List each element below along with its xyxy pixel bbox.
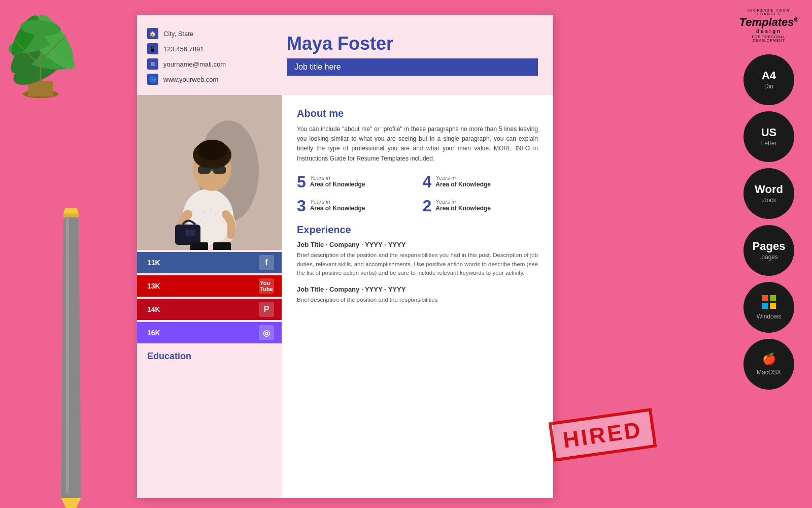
plant-decoration [0, 0, 112, 102]
format-windows-sub: Windows [757, 313, 782, 320]
stats-grid: 5 Years in Area of Knowledge 4 Years in … [297, 174, 538, 214]
brand-name: Templates® [739, 17, 799, 28]
stat-4-number: 2 [423, 198, 432, 214]
youtube-bar: 13K YouTube [137, 275, 282, 297]
youtube-count: 13K [147, 282, 160, 290]
svg-rect-34 [190, 242, 208, 250]
facebook-icon: f [259, 255, 274, 270]
email-icon: ✉ [147, 58, 158, 70]
svg-rect-33 [185, 230, 195, 236]
stat-1-years: Years in [310, 175, 365, 181]
pencil-decoration [30, 203, 91, 508]
stat-1-area: Area of Knowledge [310, 181, 365, 188]
format-btn-macosx[interactable]: 🍎 MacOSX [743, 339, 794, 390]
job-1-desc: Brief description of the position and th… [297, 251, 538, 278]
stat-4-years: Years in [435, 199, 491, 205]
youtube-icon: YouTube [259, 278, 274, 294]
brand-circular-bottom: FOR PERSONAL DEVELOPMENT [736, 35, 802, 42]
experience-section: Experience Job Title · Company · YYYY - … [297, 224, 538, 305]
right-sidebar: INCREASE YOUR CHANCES Templates® design … [736, 5, 802, 390]
svg-point-22 [202, 211, 204, 213]
instagram-bar: 16K ◎ [137, 322, 282, 343]
job-entry-2: Job Title · Company · YYYY - YYYY Brief … [297, 285, 538, 305]
format-btn-pages[interactable]: Pages .pages [743, 225, 794, 276]
stat-1-number: 5 [297, 174, 306, 190]
svg-marker-13 [61, 213, 81, 498]
about-title: About me [297, 108, 538, 119]
stat-3-number: 3 [297, 198, 306, 214]
svg-rect-29 [198, 166, 211, 174]
phone-icon: 📱 [147, 43, 158, 54]
stat-4-area: Area of Knowledge [435, 205, 491, 212]
format-pages-label: Pages [753, 241, 786, 252]
format-pages-sub: .pages [760, 253, 778, 261]
job-entry-1: Job Title · Company · YYYY - YYYY Brief … [297, 241, 538, 278]
social-bars: 11K f 13K YouTube 14K P 16K ◎ [137, 252, 282, 343]
stat-1: 5 Years in Area of Knowledge [297, 174, 413, 190]
education-title: Education [147, 351, 272, 362]
svg-rect-16 [63, 213, 79, 217]
instagram-icon: ◎ [259, 325, 274, 340]
brand-logo: INCREASE YOUR CHANCES Templates® design … [736, 5, 802, 46]
svg-rect-35 [213, 242, 231, 250]
format-us-label: US [761, 127, 777, 138]
address-icon: 🏠 [147, 28, 158, 39]
svg-point-28 [197, 140, 227, 160]
photo-area [137, 95, 282, 250]
format-word-sub: .docx [762, 197, 776, 204]
job-title: Job title here [287, 58, 538, 76]
stat-2-area: Area of Knowledge [435, 181, 491, 188]
stat-3-area: Area of Knowledge [310, 205, 365, 212]
job-2-desc: Brief description of the position and th… [297, 296, 538, 305]
stat-2-years: Years in [435, 175, 491, 181]
pinterest-bar: 14K P [137, 299, 282, 320]
svg-marker-14 [61, 498, 81, 508]
stat-2-number: 4 [423, 174, 432, 190]
contact-website: 🌐 www.yourweb.com [147, 74, 272, 85]
svg-point-25 [199, 218, 201, 220]
experience-title: Experience [297, 224, 538, 236]
svg-rect-17 [66, 218, 69, 493]
apple-icon: 🍎 [762, 353, 776, 366]
contact-email: ✉ yourname@mail.com [147, 58, 272, 70]
website-icon: 🌐 [147, 74, 158, 85]
stat-4: 2 Years in Area of Knowledge [423, 198, 538, 214]
format-btn-windows[interactable]: Windows [743, 282, 794, 333]
facebook-bar: 11K f [137, 252, 282, 273]
job-2-title: Job Title · Company · YYYY - YYYY [297, 285, 538, 293]
pinterest-count: 14K [147, 305, 160, 313]
windows-icon [762, 295, 776, 309]
svg-marker-15 [63, 208, 79, 213]
format-btn-word[interactable]: Word .docx [743, 168, 794, 219]
svg-rect-1 [28, 81, 53, 97]
resume-paper: 🏠 City, State 📱 123.456.7891 ✉ yourname@… [137, 15, 553, 498]
format-word-label: Word [755, 184, 783, 195]
brand-circular-top: INCREASE YOUR CHANCES [736, 9, 802, 16]
instagram-count: 16K [147, 329, 160, 337]
format-a4-label: A4 [762, 70, 776, 81]
about-text: You can include "about me" or "profile" … [297, 124, 538, 164]
job-1-title: Job Title · Company · YYYY - YYYY [297, 241, 538, 248]
svg-point-24 [215, 213, 217, 215]
candidate-name: Maya Foster [287, 33, 538, 54]
svg-rect-30 [213, 166, 226, 174]
format-macosx-sub: MacOSX [757, 369, 781, 376]
stat-3-years: Years in [310, 199, 365, 205]
left-column: 11K f 13K YouTube 14K P 16K ◎ Educati [137, 95, 282, 498]
svg-point-23 [210, 208, 212, 210]
format-a4-sub: Din [764, 83, 773, 90]
stat-2: 4 Years in Area of Knowledge [423, 174, 538, 190]
right-column: About me You can include "about me" or "… [282, 95, 553, 498]
format-btn-us[interactable]: US Letter [743, 111, 794, 162]
format-us-sub: Letter [761, 140, 777, 147]
about-section: About me You can include "about me" or "… [297, 108, 538, 164]
pinterest-icon: P [259, 302, 274, 317]
contact-address: 🏠 City, State [147, 28, 272, 39]
facebook-count: 11K [147, 259, 160, 267]
brand-design-label: design [756, 28, 782, 34]
svg-rect-31 [210, 169, 214, 171]
stat-3: 3 Years in Area of Knowledge [297, 198, 413, 214]
contact-phone: 📱 123.456.7891 [147, 43, 272, 54]
format-btn-a4[interactable]: A4 Din [743, 54, 794, 105]
education-section: Education [137, 343, 282, 374]
